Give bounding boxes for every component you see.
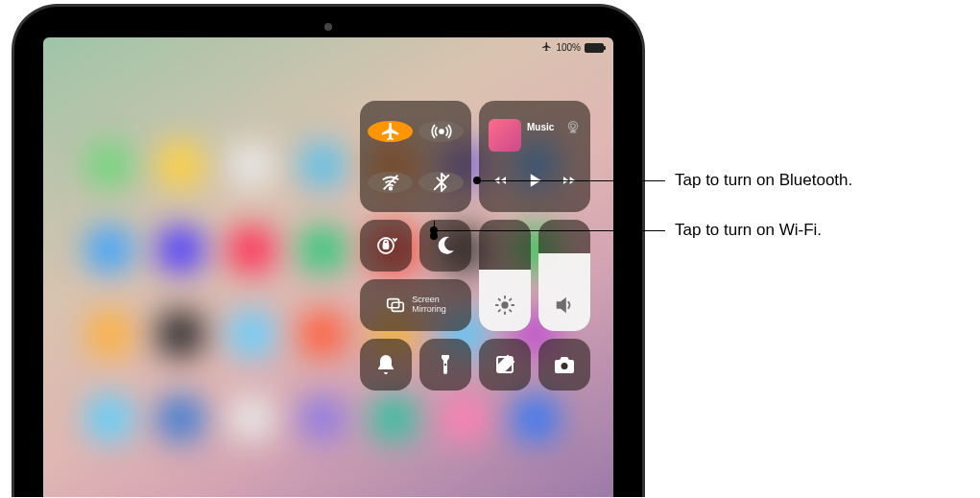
screen-mirroring-label: ScreenMirroring <box>412 296 446 315</box>
svg-point-1 <box>389 187 392 190</box>
home-app-icon <box>87 227 131 272</box>
media-module[interactable]: Music <box>479 101 590 212</box>
wifi-button[interactable] <box>368 172 413 193</box>
home-app-icon <box>158 312 203 356</box>
notes-button[interactable] <box>479 339 531 391</box>
svg-rect-7 <box>384 244 389 249</box>
svg-line-18 <box>510 299 511 300</box>
home-app-icon <box>158 227 203 272</box>
callout-bluetooth: Tap to turn on Bluetooth. <box>665 171 852 190</box>
camera-button[interactable] <box>538 339 590 391</box>
home-app-icon <box>229 227 274 272</box>
home-app-icon <box>371 396 416 440</box>
home-app-icon <box>300 312 345 356</box>
home-app-icon <box>158 143 203 187</box>
home-app-icon <box>300 396 345 440</box>
home-app-icon <box>300 227 345 272</box>
svg-point-21 <box>562 363 568 369</box>
orientation-lock-button[interactable] <box>360 220 412 272</box>
home-app-icon <box>442 396 487 440</box>
connectivity-module[interactable] <box>360 101 471 212</box>
ipad-frame: 100% <box>12 4 645 497</box>
bluetooth-button[interactable] <box>418 172 464 193</box>
control-center: Music <box>360 101 592 398</box>
airplane-status-icon <box>541 41 552 54</box>
battery-level: 100% <box>556 42 581 53</box>
flashlight-button[interactable] <box>419 339 471 391</box>
volume-icon <box>554 295 575 316</box>
home-app-icon <box>229 396 274 440</box>
airplay-icon[interactable] <box>565 119 581 138</box>
camera-dot <box>324 23 332 31</box>
svg-rect-8 <box>388 299 399 308</box>
svg-line-17 <box>499 310 500 311</box>
home-app-icon <box>514 396 558 440</box>
home-app-icon <box>229 143 274 187</box>
media-title: Music <box>521 119 565 132</box>
svg-point-19 <box>444 364 446 366</box>
silent-mode-button[interactable] <box>360 339 412 391</box>
home-app-icon <box>87 396 131 440</box>
screen-mirroring-button[interactable]: ScreenMirroring <box>360 279 471 331</box>
home-app-icon <box>87 143 131 187</box>
ipad-screen: 100% <box>43 37 613 497</box>
airdrop-button[interactable] <box>418 121 464 142</box>
home-app-icon <box>158 396 203 440</box>
home-app-icon <box>87 312 131 356</box>
home-app-icon <box>300 143 345 187</box>
svg-point-5 <box>571 124 576 129</box>
svg-point-0 <box>439 129 442 132</box>
home-app-icon <box>229 312 274 356</box>
status-bar: 100% <box>541 41 604 54</box>
airplane-mode-button[interactable] <box>368 121 413 142</box>
callout-wifi: Tap to turn on Wi-Fi. <box>665 221 822 240</box>
svg-line-15 <box>499 299 500 300</box>
svg-rect-9 <box>393 302 404 311</box>
battery-icon <box>585 43 604 53</box>
media-artwork <box>489 119 521 152</box>
brightness-icon <box>494 295 515 316</box>
svg-line-16 <box>510 310 511 311</box>
svg-point-10 <box>501 301 508 308</box>
